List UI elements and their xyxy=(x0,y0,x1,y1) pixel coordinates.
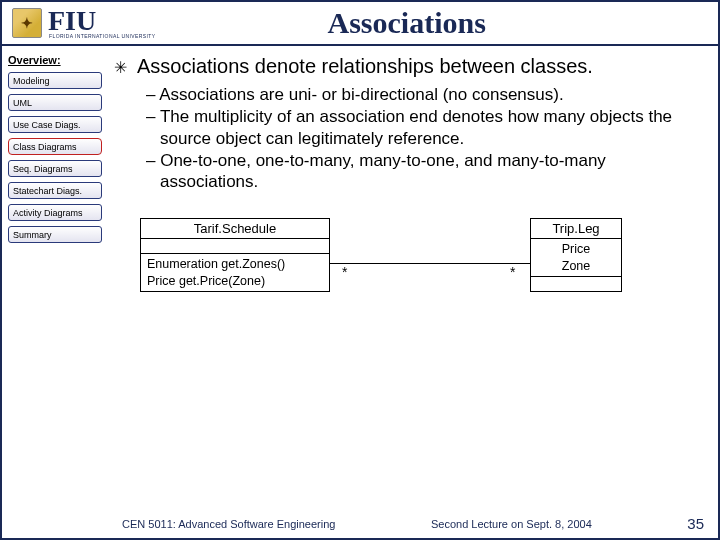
method-line: Enumeration get.Zones() xyxy=(147,256,323,272)
class-attributes: Price Zone xyxy=(531,239,621,277)
sidebar-item-class-diagrams[interactable]: Class Diagrams xyxy=(8,138,102,155)
slide-title: Associations xyxy=(155,6,718,40)
main-bullet: ✳ Associations denote relationships betw… xyxy=(110,54,698,78)
uml-association-diagram: Tarif.Schedule Enumeration get.Zones() P… xyxy=(110,218,698,328)
sidebar-item-activity[interactable]: Activity Diagrams xyxy=(8,204,102,221)
main-bullet-text: Associations denote relationships betwee… xyxy=(137,54,593,78)
sidebar-heading: Overview: xyxy=(8,54,104,66)
class-methods-empty xyxy=(531,277,621,291)
slide: ✦ FIU FLORIDA INTERNATIONAL UNIVERSITY A… xyxy=(0,0,720,540)
footer: CEN 5011: Advanced Software Engineering … xyxy=(2,515,718,532)
snowflake-bullet-icon: ✳ xyxy=(114,58,127,77)
footer-course: CEN 5011: Advanced Software Engineering xyxy=(122,518,335,530)
sub-bullet-text: The multiplicity of an association end d… xyxy=(160,107,672,147)
sub-bullet-text: One-to-one, one-to-many, many-to-one, an… xyxy=(160,151,606,191)
org-full-name: FLORIDA INTERNATIONAL UNIVERSITY xyxy=(49,33,155,39)
attr-line: Zone xyxy=(537,258,615,274)
attr-line: Price xyxy=(537,241,615,257)
content-area: ✳ Associations denote relationships betw… xyxy=(110,46,718,506)
method-line: Price get.Price(Zone) xyxy=(147,273,323,289)
sub-bullet-text: Associations are uni- or bi-directional … xyxy=(159,85,563,104)
sidebar-item-statechart[interactable]: Statechart Diags. xyxy=(8,182,102,199)
multiplicity-right: * xyxy=(510,264,515,280)
sidebar-item-summary[interactable]: Summary xyxy=(8,226,102,243)
org-abbrev: FIU xyxy=(48,7,155,35)
sidebar-item-seq-diagrams[interactable]: Seq. Diagrams xyxy=(8,160,102,177)
class-attributes-empty xyxy=(141,239,329,254)
uml-class-tarifschedule: Tarif.Schedule Enumeration get.Zones() P… xyxy=(140,218,330,292)
uml-class-tripleg: Trip.Leg Price Zone xyxy=(530,218,622,292)
sidebar-item-uml[interactable]: UML xyxy=(8,94,102,111)
page-number: 35 xyxy=(687,515,704,532)
sidebar: Overview: Modeling UML Use Case Diags. C… xyxy=(2,46,110,506)
sub-bullet-list: – Associations are uni- or bi-directiona… xyxy=(146,84,698,192)
footer-lecture-date: Second Lecture on Sept. 8, 2004 xyxy=(431,518,592,530)
sub-bullet: – Associations are uni- or bi-directiona… xyxy=(146,84,698,105)
sidebar-item-use-case[interactable]: Use Case Diags. xyxy=(8,116,102,133)
header-bar: ✦ FIU FLORIDA INTERNATIONAL UNIVERSITY A… xyxy=(2,2,718,46)
association-line xyxy=(330,263,530,264)
class-name: Trip.Leg xyxy=(531,219,621,239)
multiplicity-left: * xyxy=(342,264,347,280)
university-seal-icon: ✦ xyxy=(12,8,42,38)
sidebar-item-modeling[interactable]: Modeling xyxy=(8,72,102,89)
sub-bullet: – One-to-one, one-to-many, many-to-one, … xyxy=(146,150,698,193)
class-name: Tarif.Schedule xyxy=(141,219,329,239)
class-methods: Enumeration get.Zones() Price get.Price(… xyxy=(141,254,329,291)
sub-bullet: – The multiplicity of an association end… xyxy=(146,106,698,149)
body: Overview: Modeling UML Use Case Diags. C… xyxy=(2,46,718,506)
org-logo-text: FIU FLORIDA INTERNATIONAL UNIVERSITY xyxy=(42,7,155,39)
